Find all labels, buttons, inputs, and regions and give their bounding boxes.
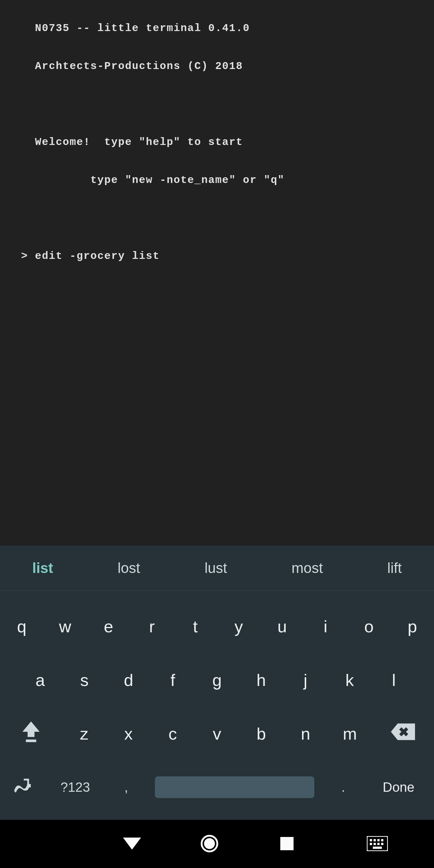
key-n[interactable]: n [283,710,328,758]
nav-recent-button[interactable] [248,837,326,851]
keyboard-row: ?123 , . Done [0,763,434,811]
key-m[interactable]: m [328,710,372,758]
suggestion-word[interactable]: most [282,554,332,582]
square-icon [280,837,293,851]
nav-back-button[interactable] [93,838,170,850]
terminal-output[interactable]: N0735 -- little terminal 0.41.0 Archtect… [0,0,434,546]
key-r[interactable]: r [130,602,174,650]
shift-icon [21,720,41,748]
key-j[interactable]: j [283,656,328,704]
suggestion-word[interactable]: list [23,554,62,582]
terminal-line: type "new -note_name" or "q" [21,171,413,190]
keyboard-row: q w e r t y u i o p [0,602,434,650]
key-space[interactable] [146,763,323,811]
key-h[interactable]: h [239,656,283,704]
key-a[interactable]: a [18,656,62,704]
key-o[interactable]: o [347,602,391,650]
soft-keyboard: list lost lust most lift q w e r t y u i… [0,546,434,820]
key-p[interactable]: p [391,602,434,650]
key-u[interactable]: u [260,602,304,650]
svg-point-2 [204,838,215,849]
key-period[interactable]: . [323,763,363,811]
key-g[interactable]: g [195,656,239,704]
suggestion-word[interactable]: lift [378,554,411,582]
keyboard-icon [367,836,388,852]
key-e[interactable]: e [87,602,130,650]
keyboard-row: z x c v b n m [0,710,434,758]
terminal-line: Archtects-Productions (C) 2018 [21,57,413,76]
key-number-toggle[interactable]: ?123 [44,763,106,811]
circle-icon [200,835,218,854]
svg-rect-13 [373,846,382,849]
system-navbar [0,820,434,868]
terminal-blank [21,95,413,114]
key-f[interactable]: f [151,656,195,704]
key-i[interactable]: i [304,602,347,650]
key-w[interactable]: w [43,602,87,650]
nav-keyboard-switch-button[interactable] [326,836,403,852]
terminal-line: Welcome! type "help" to start [21,133,413,152]
key-s[interactable]: s [62,656,107,704]
key-y[interactable]: y [217,602,260,650]
key-v[interactable]: v [195,710,239,758]
svg-rect-0 [26,739,36,742]
svg-rect-11 [377,843,380,845]
gesture-typing-icon [11,775,33,799]
key-q[interactable]: q [0,602,43,650]
key-x[interactable]: x [106,710,151,758]
svg-rect-3 [280,837,293,850]
keyboard-row: a s d f g h j k l [0,656,434,704]
key-c[interactable]: c [151,710,195,758]
svg-rect-6 [374,839,376,841]
suggestion-word[interactable]: lost [108,554,149,582]
key-b[interactable]: b [239,710,283,758]
key-z[interactable]: z [62,710,106,758]
key-l[interactable]: l [372,656,416,704]
triangle-down-icon [123,838,141,850]
key-comma[interactable]: , [106,763,146,811]
backspace-icon [391,723,415,744]
key-d[interactable]: d [106,656,151,704]
key-gesture-typing[interactable] [0,763,44,811]
nav-home-button[interactable] [170,835,248,854]
key-shift[interactable] [0,710,62,758]
suggestion-bar: list lost lust most lift [0,546,434,591]
svg-rect-9 [370,843,372,845]
svg-rect-12 [381,843,384,845]
key-k[interactable]: k [328,656,372,704]
svg-rect-10 [374,843,376,845]
svg-rect-5 [370,839,372,841]
terminal-prompt[interactable]: > edit -grocery list [21,247,413,266]
terminal-blank [21,209,413,228]
key-t[interactable]: t [174,602,217,650]
svg-rect-8 [381,839,384,841]
key-backspace[interactable] [372,710,434,758]
suggestion-word[interactable]: lust [195,554,236,582]
terminal-line: N0735 -- little terminal 0.41.0 [21,19,413,38]
svg-rect-7 [377,839,380,841]
spacebar [155,776,314,798]
key-done[interactable]: Done [363,763,434,811]
keyboard-rows: q w e r t y u i o p a s d f g h j k l [0,591,434,820]
